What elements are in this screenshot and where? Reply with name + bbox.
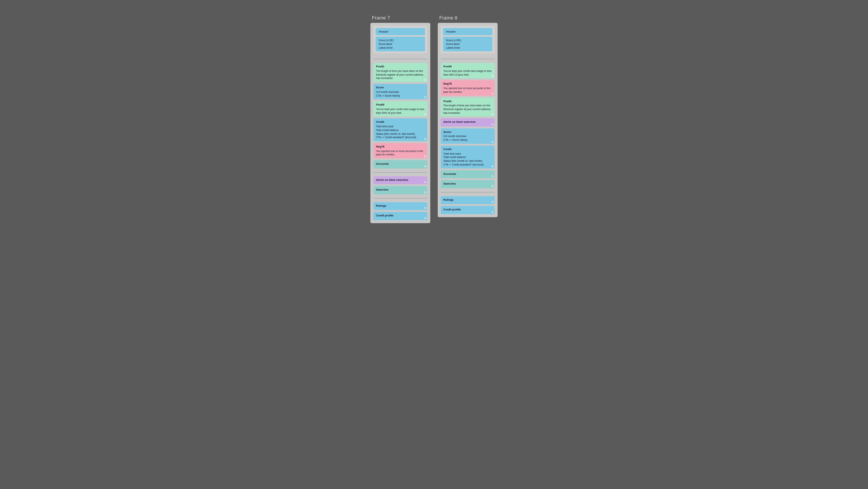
card-pos69: Pos69You've kept your credit card usage …: [441, 63, 495, 78]
card-text: You've kept your credit card usage to le…: [376, 108, 424, 114]
frame-wrapper-frame8: Frame 8HeaderScore (LIVE) Score band Lat…: [438, 15, 498, 217]
divider-searches: [373, 172, 427, 173]
card-label: Alerts on Hard searches: [376, 178, 425, 182]
card-label: Searches: [376, 188, 425, 192]
card-text: You opened one or more accounts in the p…: [443, 87, 490, 93]
card-score: Score3-6 month overview CTA -> Score his…: [441, 128, 495, 144]
card-credit-profile: Credit profile: [441, 206, 495, 214]
card-label: Credit: [443, 148, 492, 152]
divider-rulings: [441, 192, 495, 192]
card-searches: Searches: [441, 180, 495, 188]
card-text: Total limit used Total credit balance St…: [443, 152, 483, 166]
card-label: Rulings: [376, 204, 425, 208]
score-card: Score (LIVE) Score band Latest trend: [376, 37, 425, 51]
main-section: Pos81The length of time you have been on…: [373, 63, 427, 168]
card-text: Total limit used Total credit balance St…: [376, 125, 416, 139]
frame-frame8: HeaderScore (LIVE) Score band Latest tre…: [438, 23, 498, 217]
card-label: Pos69: [443, 65, 492, 69]
card-label: Neg78: [376, 145, 425, 149]
card-pos81: Pos81The length of time you have been on…: [441, 98, 495, 117]
card-label: Accounts: [443, 172, 492, 176]
frames-container: Frame 7HeaderScore (LIVE) Score band Lat…: [370, 15, 498, 223]
card-rulings: Rulings: [441, 196, 495, 204]
card-accounts: Accounts: [373, 160, 427, 168]
card-neg78: Neg78You opened one or more accounts in …: [373, 143, 427, 158]
card-label: Alerts on Hard searches: [443, 120, 492, 124]
divider-rulings: [373, 198, 427, 198]
divider-top: [441, 59, 495, 59]
card-credit-profile: Credit profile: [373, 212, 427, 220]
card-neg78: Neg78You opened one or more accounts in …: [441, 80, 495, 95]
card-text: 3-6 month overview CTA -> Score history: [376, 91, 400, 97]
score-card: Score (LIVE) Score band Latest trend: [443, 37, 492, 51]
card-accounts: Accounts: [441, 170, 495, 179]
header-card: Header: [376, 28, 425, 35]
header-section: HeaderScore (LIVE) Score band Latest tre…: [441, 26, 495, 54]
card-text: The length of time you have been on the …: [443, 104, 490, 114]
header-card: Header: [443, 28, 492, 35]
card-label: Credit profile: [376, 214, 425, 218]
card-text: The length of time you have been on the …: [376, 70, 423, 80]
card-text: You've kept your credit card usage to le…: [443, 70, 492, 76]
card-label: Credit: [376, 120, 425, 124]
card-score: Score3-6 month overview CTA -> Score his…: [373, 84, 427, 99]
divider-top: [373, 59, 427, 59]
rulings-section: RulingsCredit profile: [373, 202, 427, 220]
card-text: You opened one or more accounts in the p…: [376, 150, 423, 156]
card-label: Credit profile: [443, 208, 492, 212]
searches-section: Alerts on Hard searchesSearches: [373, 176, 427, 194]
card-alerts-on-hard-searches: Alerts on Hard searches: [441, 118, 495, 127]
card-alerts-on-hard-searches: Alerts on Hard searches: [373, 176, 427, 185]
card-label: Neg78: [443, 82, 492, 86]
rulings-section: RulingsCredit profile: [441, 196, 495, 214]
card-label: Pos81: [443, 100, 492, 104]
card-pos69: Pos69You've kept your credit card usage …: [373, 101, 427, 116]
frame-wrapper-frame7: Frame 7HeaderScore (LIVE) Score band Lat…: [370, 15, 430, 223]
card-label: Rulings: [443, 198, 492, 202]
card-label: Accounts: [376, 162, 425, 166]
card-searches: Searches: [373, 186, 427, 194]
card-label: Searches: [443, 182, 492, 186]
card-pos81: Pos81The length of time you have been on…: [373, 63, 427, 82]
main-section: Pos69You've kept your credit card usage …: [441, 63, 495, 188]
frame-frame7: HeaderScore (LIVE) Score band Latest tre…: [370, 23, 430, 223]
card-credit: CreditTotal limit used Total credit bala…: [373, 118, 427, 141]
card-credit: CreditTotal limit used Total credit bala…: [441, 146, 495, 168]
card-label: Score: [443, 130, 492, 134]
frame-title: Frame 7: [370, 15, 390, 21]
card-label: Pos81: [376, 65, 425, 69]
card-label: Score: [376, 86, 425, 90]
card-rulings: Rulings: [373, 202, 427, 210]
card-text: 3-6 month overview CTA -> Score history: [443, 135, 467, 141]
header-section: HeaderScore (LIVE) Score band Latest tre…: [373, 26, 427, 54]
frame-title: Frame 8: [438, 15, 457, 21]
card-label: Pos69: [376, 103, 425, 107]
